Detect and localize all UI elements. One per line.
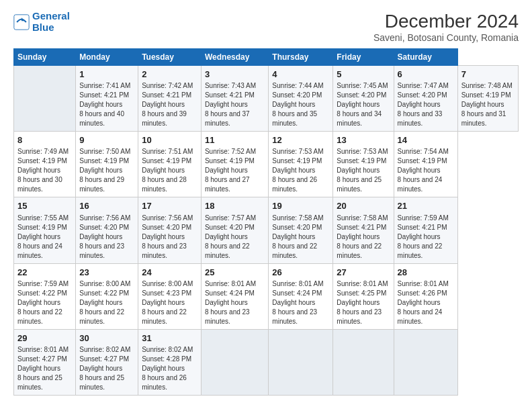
calendar-week-1: 8Sunrise: 7:49 AMSunset: 4:19 PMDaylight… <box>14 132 519 197</box>
calendar-week-0: 1Sunrise: 7:41 AMSunset: 4:21 PMDaylight… <box>14 66 519 132</box>
day-number: 23 <box>79 267 134 279</box>
table-row: 27Sunrise: 8:01 AMSunset: 4:25 PMDayligh… <box>333 263 394 329</box>
table-row <box>269 329 333 395</box>
col-wednesday: Wednesday <box>201 49 268 66</box>
table-row: 30Sunrise: 8:02 AMSunset: 4:27 PMDayligh… <box>76 329 138 395</box>
logo-line2: Blue <box>32 21 54 33</box>
table-row: 7Sunrise: 7:48 AMSunset: 4:19 PMDaylight… <box>457 66 518 132</box>
day-number: 29 <box>17 332 72 345</box>
table-row: 1Sunrise: 7:41 AMSunset: 4:21 PMDaylight… <box>76 66 138 132</box>
day-info: Sunrise: 7:53 AMSunset: 4:19 PMDaylight … <box>337 148 388 193</box>
table-row: 4Sunrise: 7:44 AMSunset: 4:20 PMDaylight… <box>269 66 333 132</box>
day-info: Sunrise: 7:44 AMSunset: 4:20 PMDaylight … <box>272 82 323 127</box>
day-number: 3 <box>205 68 265 81</box>
page: General Blue December 2024 Saveni, Botos… <box>0 0 532 411</box>
day-info: Sunrise: 7:57 AMSunset: 4:20 PMDaylight … <box>205 214 256 259</box>
table-row: 20Sunrise: 7:58 AMSunset: 4:21 PMDayligh… <box>333 197 394 263</box>
day-info: Sunrise: 7:58 AMSunset: 4:20 PMDaylight … <box>272 214 323 259</box>
day-number: 17 <box>142 200 197 212</box>
table-row <box>333 329 394 395</box>
table-row: 25Sunrise: 8:01 AMSunset: 4:24 PMDayligh… <box>201 263 268 329</box>
table-row: 15Sunrise: 7:55 AMSunset: 4:19 PMDayligh… <box>14 197 76 263</box>
day-info: Sunrise: 7:54 AMSunset: 4:19 PMDaylight … <box>398 148 449 193</box>
day-number: 12 <box>272 134 329 146</box>
col-monday: Monday <box>76 49 138 66</box>
table-row: 26Sunrise: 8:01 AMSunset: 4:24 PMDayligh… <box>269 263 333 329</box>
day-info: Sunrise: 7:42 AMSunset: 4:21 PMDaylight … <box>142 82 193 127</box>
day-number: 24 <box>142 267 197 279</box>
logo-icon <box>13 14 30 30</box>
subtitle: Saveni, Botosani County, Romania <box>373 32 519 43</box>
svg-rect-0 <box>14 14 29 29</box>
day-number: 15 <box>17 200 72 212</box>
day-info: Sunrise: 8:01 AMSunset: 4:25 PMDaylight … <box>337 280 388 325</box>
table-row: 18Sunrise: 7:57 AMSunset: 4:20 PMDayligh… <box>201 197 268 263</box>
day-info: Sunrise: 7:58 AMSunset: 4:21 PMDaylight … <box>337 214 388 259</box>
calendar-body: 1Sunrise: 7:41 AMSunset: 4:21 PMDaylight… <box>14 66 519 396</box>
empty-cell <box>14 66 76 132</box>
table-row: 14Sunrise: 7:54 AMSunset: 4:19 PMDayligh… <box>394 132 457 197</box>
col-thursday: Thursday <box>269 49 333 66</box>
logo: General Blue <box>13 11 70 33</box>
table-row <box>201 329 268 395</box>
day-info: Sunrise: 8:02 AMSunset: 4:27 PMDaylight … <box>79 346 130 391</box>
table-row: 21Sunrise: 7:59 AMSunset: 4:21 PMDayligh… <box>394 197 457 263</box>
logo-text: General Blue <box>32 11 70 33</box>
day-info: Sunrise: 7:51 AMSunset: 4:19 PMDaylight … <box>142 148 193 193</box>
day-info: Sunrise: 7:50 AMSunset: 4:19 PMDaylight … <box>79 148 130 193</box>
table-row: 17Sunrise: 7:56 AMSunset: 4:20 PMDayligh… <box>138 197 202 263</box>
day-info: Sunrise: 8:02 AMSunset: 4:28 PMDaylight … <box>142 346 193 391</box>
day-number: 5 <box>337 68 390 81</box>
table-row: 11Sunrise: 7:52 AMSunset: 4:19 PMDayligh… <box>201 132 268 197</box>
day-number: 9 <box>79 134 134 146</box>
table-row: 9Sunrise: 7:50 AMSunset: 4:19 PMDaylight… <box>76 132 138 197</box>
day-number: 27 <box>337 267 390 279</box>
day-number: 1 <box>79 68 134 81</box>
day-number: 20 <box>337 200 390 212</box>
table-row: 12Sunrise: 7:53 AMSunset: 4:19 PMDayligh… <box>269 132 333 197</box>
day-number: 6 <box>398 68 454 81</box>
table-row: 13Sunrise: 7:53 AMSunset: 4:19 PMDayligh… <box>333 132 394 197</box>
day-number: 21 <box>398 200 454 212</box>
day-number: 8 <box>17 134 72 146</box>
day-number: 7 <box>461 68 515 81</box>
table-row: 3Sunrise: 7:43 AMSunset: 4:21 PMDaylight… <box>201 66 268 132</box>
day-number: 26 <box>272 267 329 279</box>
calendar-week-3: 22Sunrise: 7:59 AMSunset: 4:22 PMDayligh… <box>14 263 519 329</box>
day-info: Sunrise: 7:47 AMSunset: 4:20 PMDaylight … <box>398 82 449 127</box>
day-info: Sunrise: 7:52 AMSunset: 4:19 PMDaylight … <box>205 148 256 193</box>
day-info: Sunrise: 8:00 AMSunset: 4:22 PMDaylight … <box>79 280 130 325</box>
day-number: 25 <box>205 267 265 279</box>
table-row: 28Sunrise: 8:01 AMSunset: 4:26 PMDayligh… <box>394 263 457 329</box>
day-number: 11 <box>205 134 265 146</box>
day-info: Sunrise: 7:56 AMSunset: 4:20 PMDaylight … <box>79 214 130 259</box>
day-number: 16 <box>79 200 134 212</box>
day-number: 22 <box>17 267 72 279</box>
table-row: 8Sunrise: 7:49 AMSunset: 4:19 PMDaylight… <box>14 132 76 197</box>
day-number: 30 <box>79 332 134 345</box>
day-number: 14 <box>398 134 454 146</box>
calendar-header: Sunday Monday Tuesday Wednesday Thursday… <box>14 49 519 66</box>
day-number: 13 <box>337 134 390 146</box>
day-number: 2 <box>142 68 197 81</box>
col-saturday: Saturday <box>394 49 457 66</box>
day-info: Sunrise: 8:00 AMSunset: 4:23 PMDaylight … <box>142 280 193 325</box>
day-number: 4 <box>272 68 329 81</box>
day-info: Sunrise: 7:45 AMSunset: 4:20 PMDaylight … <box>337 82 388 127</box>
col-friday: Friday <box>333 49 394 66</box>
table-row: 19Sunrise: 7:58 AMSunset: 4:20 PMDayligh… <box>269 197 333 263</box>
title-block: December 2024 Saveni, Botosani County, R… <box>373 11 519 43</box>
calendar-week-2: 15Sunrise: 7:55 AMSunset: 4:19 PMDayligh… <box>14 197 519 263</box>
calendar-week-4: 29Sunrise: 8:01 AMSunset: 4:27 PMDayligh… <box>14 329 519 395</box>
calendar-table: Sunday Monday Tuesday Wednesday Thursday… <box>13 48 519 396</box>
col-sunday: Sunday <box>14 49 76 66</box>
header-row: Sunday Monday Tuesday Wednesday Thursday… <box>14 49 519 66</box>
table-row: 5Sunrise: 7:45 AMSunset: 4:20 PMDaylight… <box>333 66 394 132</box>
table-row: 10Sunrise: 7:51 AMSunset: 4:19 PMDayligh… <box>138 132 202 197</box>
day-info: Sunrise: 7:41 AMSunset: 4:21 PMDaylight … <box>79 82 130 127</box>
day-info: Sunrise: 7:59 AMSunset: 4:21 PMDaylight … <box>398 214 449 259</box>
col-tuesday: Tuesday <box>138 49 202 66</box>
table-row: 24Sunrise: 8:00 AMSunset: 4:23 PMDayligh… <box>138 263 202 329</box>
day-info: Sunrise: 7:56 AMSunset: 4:20 PMDaylight … <box>142 214 193 259</box>
day-info: Sunrise: 8:01 AMSunset: 4:24 PMDaylight … <box>272 280 323 325</box>
